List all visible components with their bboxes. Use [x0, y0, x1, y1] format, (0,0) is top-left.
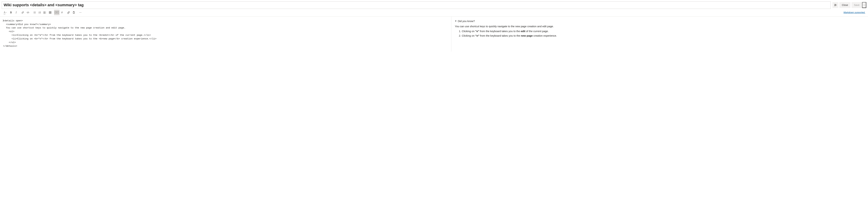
markdown-editor[interactable]: <details open> <summary>Did you know?</s… [0, 16, 452, 52]
editor-preview-split: <details open> <summary>Did you know?</s… [0, 16, 868, 52]
bold-icon: B [10, 11, 12, 14]
more-button[interactable] [78, 10, 83, 15]
list-item: Clicking on "n" from the keyboard takes … [462, 34, 865, 38]
list-item: Clicking on "e" from the keyboard takes … [462, 29, 865, 33]
page-title-input[interactable] [2, 1, 831, 9]
header-actions: Close Save [832, 2, 866, 8]
table-icon [49, 11, 52, 14]
numbered-list-icon: 1 2 3 [38, 11, 41, 14]
svg-point-11 [33, 13, 34, 13]
svg-point-32 [79, 12, 80, 12]
preview-details[interactable]: Did you know? You can use shortcut keys … [455, 19, 865, 38]
save-button[interactable]: Save [851, 2, 862, 8]
bold-button[interactable]: B [8, 10, 13, 15]
text-color-icon: A [4, 11, 7, 14]
close-button[interactable]: Close [839, 2, 850, 8]
svg-point-34 [81, 12, 81, 12]
preview-intro: You can use shortcut keys to quickly nav… [455, 24, 865, 29]
more-icon [79, 11, 82, 14]
highlight-button[interactable]: ABC [54, 10, 59, 15]
sliders-icon [834, 4, 837, 6]
checklist-button[interactable] [42, 10, 48, 15]
chevron-down-icon [864, 4, 865, 6]
italic-icon: I [16, 11, 17, 14]
numbered-list-button[interactable]: 1 2 3 [37, 10, 42, 15]
header-row: Close Save [0, 0, 868, 9]
markdown-supported-link[interactable]: Markdown supported. [843, 11, 866, 14]
svg-rect-19 [44, 11, 44, 12]
svg-text:3: 3 [38, 13, 39, 14]
svg-rect-23 [44, 13, 44, 13]
highlight-icon: ABC [55, 11, 59, 13]
link-button[interactable] [20, 10, 25, 15]
mention-button[interactable] [71, 10, 76, 15]
code-icon [27, 11, 29, 14]
save-dropdown-button[interactable] [862, 2, 866, 8]
formatting-toolbar: A B I [2, 10, 83, 15]
checklist-icon [43, 11, 46, 14]
preview-list: Clicking on "e" from the keyboard takes … [462, 29, 865, 38]
wiki-edit-page: Close Save A B I [0, 0, 868, 52]
hash-icon: # [61, 11, 63, 14]
svg-line-6 [28, 12, 28, 13]
toolbar-row: A B I [0, 9, 868, 16]
text-color-button[interactable]: A [2, 10, 8, 15]
code-button[interactable] [25, 10, 31, 15]
svg-point-33 [80, 12, 81, 12]
attachment-button[interactable] [66, 10, 71, 15]
clipboard-icon [72, 11, 75, 14]
svg-point-7 [33, 12, 34, 12]
markdown-preview: Did you know? You can use shortcut keys … [452, 16, 868, 52]
bulleted-list-button[interactable] [32, 10, 37, 15]
svg-rect-21 [44, 12, 44, 13]
paperclip-icon [67, 11, 70, 14]
preview-summary[interactable]: Did you know? [455, 19, 865, 23]
italic-button[interactable]: I [13, 10, 19, 15]
page-settings-button[interactable] [832, 2, 838, 8]
table-button[interactable] [48, 10, 53, 15]
svg-point-9 [33, 12, 34, 13]
bullet-list-icon [33, 11, 36, 14]
save-split-button: Save [851, 2, 866, 8]
heading-button[interactable]: # [59, 10, 65, 15]
svg-rect-25 [49, 11, 51, 13]
link-icon [21, 11, 24, 14]
